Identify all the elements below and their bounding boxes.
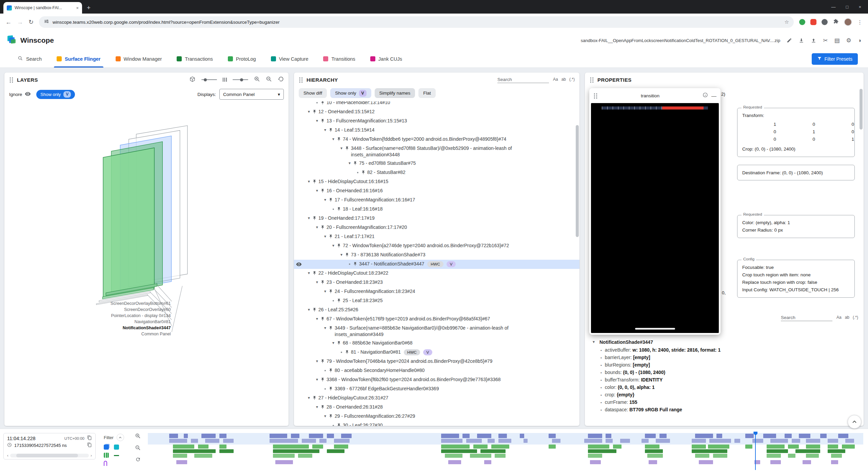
timeline-event[interactable] — [273, 449, 319, 453]
window-maximize-icon[interactable]: □ — [846, 4, 849, 9]
timeline-event[interactable] — [845, 439, 854, 443]
tree-node[interactable]: ▾19 - OneHanded:17:17#19 — [294, 214, 579, 223]
timeline-event[interactable] — [590, 460, 601, 464]
timeline-event[interactable] — [745, 434, 754, 438]
layer-sheet-notification-shade[interactable] — [103, 148, 154, 298]
pin-icon[interactable] — [329, 127, 335, 134]
nav-tab-jank-cujs[interactable]: Jank CUJs — [363, 50, 410, 67]
timeline-event[interactable] — [441, 445, 470, 449]
timeline-event[interactable] — [645, 449, 663, 453]
pin-icon[interactable] — [320, 118, 327, 125]
timeline-event[interactable] — [520, 434, 524, 438]
timeline-event[interactable] — [173, 449, 216, 453]
timeline-event[interactable] — [549, 445, 556, 449]
timeline-event[interactable] — [312, 445, 323, 449]
dark-mode-icon[interactable]: ◑ — [858, 38, 861, 43]
property-row[interactable]: •barrierLayer: [empty] — [590, 354, 858, 361]
timeline-event[interactable] — [645, 445, 659, 449]
pin-icon[interactable] — [337, 297, 343, 304]
timeline-event[interactable] — [734, 439, 740, 443]
timeline-event[interactable] — [552, 439, 560, 443]
pin-icon[interactable] — [345, 349, 351, 356]
layer-label[interactable]: ScreenDecorOverlayBottom#61 — [111, 301, 171, 306]
tree-node[interactable]: ▾22 - HideDisplayCutout:18:23#22 — [294, 269, 579, 278]
edit-pencil-icon[interactable] — [787, 38, 792, 43]
tree-node[interactable]: ▾67 - WindowToken{e5176f9 type=2019 andr… — [294, 315, 579, 324]
info-icon[interactable] — [703, 92, 708, 99]
download-icon[interactable] — [798, 38, 804, 43]
pin-icon[interactable] — [329, 288, 335, 295]
layers-3d-canvas[interactable]: ScreenDecorOverlayBottom#61 ScreenDecorO… — [4, 102, 289, 426]
properties-search-input[interactable] — [781, 314, 832, 321]
timeline-event[interactable] — [462, 434, 470, 438]
timeline-event[interactable] — [763, 434, 776, 438]
expand-arrow-icon[interactable]: ▾ — [322, 413, 329, 419]
tree-node[interactable]: ▾29 - FullscreenMagnification:26:27#29 — [294, 412, 579, 421]
expand-arrow-icon[interactable]: ▾ — [305, 215, 312, 221]
pin-icon[interactable] — [353, 160, 359, 167]
timeline-event[interactable] — [273, 445, 309, 449]
timeline-event[interactable] — [692, 445, 706, 449]
timeline-event[interactable] — [713, 454, 727, 458]
timeline-event[interactable] — [445, 454, 463, 458]
pin-icon[interactable] — [320, 188, 327, 195]
timeline-event[interactable] — [838, 434, 848, 438]
pin-icon[interactable] — [312, 215, 318, 222]
timeline-event[interactable] — [767, 454, 781, 458]
timeline-event[interactable] — [692, 439, 706, 443]
timeline-event[interactable] — [647, 454, 663, 458]
expand-arrow-icon[interactable]: ▾ — [314, 358, 320, 365]
tree-node[interactable]: ▾75 - ed70f88 StatusBar#75 — [294, 159, 579, 168]
zoom-in-icon[interactable] — [135, 433, 141, 440]
tree-node[interactable]: ▾28 - OneHanded:26:31#28 — [294, 403, 579, 412]
extension-icon-gray[interactable] — [822, 19, 828, 25]
timeline-event[interactable] — [169, 434, 178, 438]
timeline-event[interactable] — [588, 454, 602, 458]
simplify-names-chip[interactable]: Simplify names — [375, 88, 415, 98]
timeline-event[interactable] — [477, 434, 491, 438]
visibility-eye-icon[interactable] — [296, 261, 302, 269]
tune-icon[interactable] — [44, 19, 49, 25]
expand-arrow-icon[interactable]: ▾ — [305, 178, 312, 185]
drag-handle-icon[interactable] — [9, 77, 14, 83]
timeline-event[interactable] — [201, 434, 216, 438]
profile-avatar[interactable] — [844, 18, 852, 26]
timeline-event[interactable] — [588, 445, 609, 449]
timeline-event[interactable] — [327, 434, 334, 438]
timeline-event[interactable] — [524, 439, 528, 443]
tree-node[interactable]: 25 - Leaf:18:23#25 — [294, 296, 579, 306]
timeline-event[interactable] — [699, 460, 713, 464]
expand-arrow-icon[interactable]: ▾ — [322, 233, 329, 240]
timeline-event[interactable] — [620, 439, 630, 443]
pin-icon[interactable] — [320, 404, 327, 411]
displays-select[interactable]: Common Panel ▾ — [219, 89, 284, 100]
property-row[interactable]: •currFrame: 155 — [590, 398, 858, 406]
timeline-event[interactable] — [441, 434, 459, 438]
attachment-trace-icon[interactable] — [104, 461, 107, 466]
expand-arrow-icon[interactable]: ▾ — [330, 242, 337, 249]
timeline-event[interactable] — [334, 445, 348, 449]
timeline-event[interactable] — [205, 439, 219, 443]
timeline-event[interactable] — [770, 439, 788, 443]
timeline-event[interactable] — [656, 439, 670, 443]
window-minimize-icon[interactable]: — — [831, 4, 836, 9]
timeline-event[interactable] — [831, 454, 842, 458]
timeline-event[interactable] — [649, 460, 657, 464]
pin-icon[interactable] — [312, 307, 318, 314]
property-node-row[interactable]: ▾ NotificationShade#3447 — [590, 338, 858, 346]
layer-label[interactable]: PointerLocation - display 0#134 — [111, 313, 171, 318]
timeline-event[interactable] — [795, 449, 821, 453]
timeline-event[interactable] — [745, 445, 752, 449]
drag-handle-icon[interactable] — [593, 93, 598, 99]
timeline-event[interactable] — [498, 434, 507, 438]
timeline-event[interactable] — [549, 434, 556, 438]
timeline-event[interactable] — [695, 434, 713, 438]
pin-icon[interactable] — [337, 206, 343, 213]
pin-icon[interactable] — [337, 242, 343, 250]
timeline-event[interactable] — [219, 434, 226, 438]
timeline-event[interactable] — [831, 460, 838, 464]
timeline-event[interactable] — [606, 434, 611, 438]
filter-presets-button[interactable]: Filter Presets — [812, 53, 858, 65]
timeline-event[interactable] — [270, 439, 298, 443]
timeline-event[interactable] — [441, 449, 477, 453]
